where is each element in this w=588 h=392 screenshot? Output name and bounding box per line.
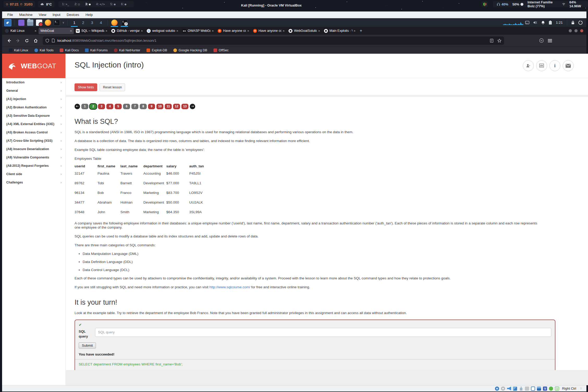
- forward-button[interactable]: [14, 37, 22, 45]
- sidebar-item-a7-cross-site-scripting-xss[interactable]: (A7) Cross-Site Scripting (XSS)›: [2, 137, 65, 145]
- pagination-page-9[interactable]: 9: [148, 104, 155, 109]
- file-manager-button[interactable]: [27, 20, 33, 26]
- pagination-page-11[interactable]: 11: [165, 104, 172, 109]
- pagination-page-3[interactable]: 3: [98, 104, 105, 109]
- audio-icon[interactable]: [507, 387, 511, 391]
- resize-grip[interactable]: ⠿: [580, 387, 582, 390]
- text-editor-button[interactable]: [36, 20, 42, 26]
- url-bar[interactable]: localhost:8080/WebGoat/start.mvc#lesson/…: [43, 36, 504, 45]
- reset-lesson-button[interactable]: Reset lesson: [100, 83, 125, 91]
- close-button[interactable]: [580, 29, 583, 32]
- sidebar-item-a2-broken-authentication[interactable]: (A2) Broken Authentication›: [2, 103, 65, 112]
- tab-close-icon[interactable]: ×: [212, 29, 214, 33]
- sidebar-item-a3-sensitive-data-exposure[interactable]: (A3) Sensitive Data Exposure›: [2, 112, 65, 120]
- host-workspace-indicator[interactable]: 3:●: [85, 2, 90, 6]
- bookmark-kali-dragon[interactable]: Kali Linux: [9, 48, 28, 52]
- browser-tab[interactable]: Main Exploits · WebGo×: [322, 28, 357, 34]
- launcher-dropdown-chevron-icon[interactable]: ∨: [62, 21, 64, 24]
- bookmark-kali-forums[interactable]: Kali Forums: [85, 48, 108, 52]
- shared-folder-icon[interactable]: [525, 387, 529, 391]
- system-monitor-tray-icon[interactable]: [482, 1, 488, 7]
- battery-icon[interactable]: [549, 21, 552, 25]
- vbox-menu-file[interactable]: File: [4, 13, 16, 17]
- tab-close-icon[interactable]: ×: [353, 29, 356, 33]
- minimize-button[interactable]: [569, 29, 572, 32]
- show-hints-button[interactable]: Show hints: [75, 83, 97, 91]
- app-finder-button[interactable]: [18, 20, 24, 26]
- contact-mail-button[interactable]: [563, 60, 574, 71]
- vbox-menu-machine[interactable]: Machine: [16, 13, 36, 17]
- volume-muted-icon[interactable]: [533, 21, 537, 24]
- host-workspace-indicator[interactable]: 5:●: [110, 2, 115, 6]
- host-workspace-indicator[interactable]: 4:</>: [96, 2, 105, 6]
- workspace-button-3[interactable]: 3: [88, 18, 96, 27]
- clock-date-widget[interactable]: 07:21 31/03: [3, 1, 35, 7]
- browser-tab[interactable]: WebGoat×: [39, 28, 74, 34]
- sidebar-item-general[interactable]: General›: [2, 87, 65, 95]
- vbox-menu-devices[interactable]: Devices: [64, 13, 82, 17]
- windows-cascade-icon[interactable]: [513, 387, 517, 391]
- reader-mode-icon[interactable]: [490, 39, 494, 43]
- browser-tab[interactable]: ʘHave anyone completed×: [251, 28, 286, 34]
- maximize-button[interactable]: [574, 29, 578, 32]
- pagination-page-12[interactable]: 12: [173, 104, 180, 109]
- update-icon[interactable]: ↓: [555, 387, 559, 391]
- pagination-page-6[interactable]: 6: [123, 104, 130, 109]
- logout-icon[interactable]: [578, 21, 583, 25]
- tab-close-icon[interactable]: ×: [283, 29, 285, 33]
- browser-tab[interactable]: GitHub - vernjan/webgo×: [109, 28, 145, 34]
- bookmark-star-icon[interactable]: [497, 39, 501, 43]
- pagination-page-8[interactable]: 8: [140, 104, 147, 109]
- kali-applications-button[interactable]: [4, 19, 11, 26]
- firefox-window-button[interactable]: [110, 18, 119, 27]
- usb-icon[interactable]: [519, 387, 523, 391]
- sidebar-item-a4-xml-external-entities-xxe[interactable]: (A4) XML External Entities (XXE)›: [2, 120, 65, 128]
- browser-tab[interactable]: OWASP WebGoat: Gene×: [180, 28, 216, 34]
- bookmark-google-hacking-db[interactable]: Google Hacking DB: [173, 48, 207, 52]
- browser-tab[interactable]: Gwebgoat solutions - Go×: [145, 28, 180, 34]
- clipboard-icon[interactable]: [537, 387, 541, 391]
- terminal-launcher-button[interactable]: $_: [54, 20, 60, 26]
- network-sync-icon[interactable]: [549, 387, 553, 391]
- vbox-menu-help[interactable]: Help: [82, 13, 96, 17]
- tab-close-icon[interactable]: ×: [105, 29, 107, 33]
- host-workspace-indicator[interactable]: 2:○: [75, 2, 80, 6]
- virtualbox-indicator-icon[interactable]: V: [543, 387, 547, 391]
- webgoat-brand-header[interactable]: WEBGOAT: [2, 54, 65, 78]
- bookmark-kali-docs[interactable]: Kali Docs: [60, 48, 79, 52]
- sql-query-input[interactable]: [95, 328, 551, 337]
- pagination-page-2[interactable]: 2: [90, 104, 97, 109]
- sidebar-item-introduction[interactable]: Introduction›: [2, 78, 65, 87]
- pagination-prev-button[interactable]: ←: [75, 104, 80, 109]
- workspace-button-2[interactable]: 2: [79, 18, 88, 27]
- workspace-button-4[interactable]: 4: [96, 18, 105, 27]
- about-info-button[interactable]: i: [549, 60, 560, 71]
- user-menu-button[interactable]: [523, 60, 534, 71]
- page-info-icon[interactable]: [52, 39, 55, 42]
- tab-close-icon[interactable]: ×: [176, 29, 178, 33]
- pagination-page-10[interactable]: 10: [156, 104, 163, 109]
- pagination-page-1[interactable]: 1: [81, 104, 88, 109]
- host-workspace-indicator[interactable]: 1:>_: [62, 2, 69, 6]
- vbox-menu-input[interactable]: Input: [50, 13, 64, 17]
- display-icon[interactable]: [531, 387, 535, 391]
- submit-button[interactable]: Submit: [79, 342, 96, 348]
- browser-tab[interactable]: Kali Linux×: [3, 28, 38, 34]
- tab-close-icon[interactable]: ×: [318, 29, 320, 33]
- sidebar-item-challenges[interactable]: Challenges›: [2, 178, 65, 187]
- firefox-launcher-button[interactable]: [45, 20, 51, 26]
- weather-widget[interactable]: 8°C: [38, 1, 54, 7]
- hard-disk-icon[interactable]: [495, 387, 499, 391]
- bookmark-kali-tools[interactable]: Kali Tools: [34, 48, 53, 52]
- pagination-page-5[interactable]: 5: [115, 104, 122, 109]
- browser-tab[interactable]: ʘHave anyone completed×: [216, 28, 251, 34]
- pagination-page-7[interactable]: 7: [131, 104, 138, 109]
- pagination-page-4[interactable]: 4: [106, 104, 113, 109]
- browser-tab[interactable]: WebGoatSolutions/Sql×: [287, 28, 322, 34]
- workspace-button-1[interactable]: 1: [70, 18, 79, 27]
- lock-screen-icon[interactable]: [571, 21, 575, 25]
- pagination-page-13[interactable]: 13: [181, 104, 188, 109]
- tracking-shield-icon[interactable]: [45, 39, 49, 43]
- tab-close-icon[interactable]: ×: [70, 29, 72, 33]
- bookmark-kali-nethunter[interactable]: Kali NetHunter: [114, 48, 140, 52]
